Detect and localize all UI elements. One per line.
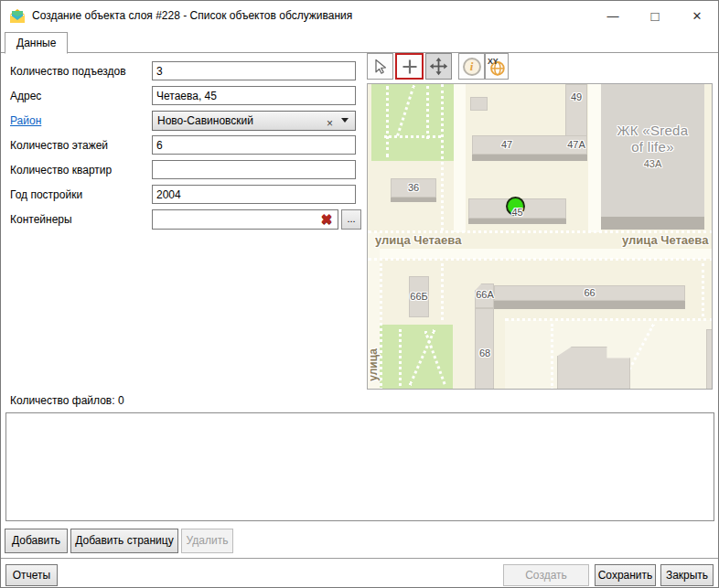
floors-input[interactable]: [152, 135, 356, 155]
map-footpath: [380, 263, 382, 390]
window-title: Создание объекта слоя #228 - Список объе…: [32, 9, 352, 22]
tab-data[interactable]: Данные: [5, 32, 68, 54]
map-building-shadow: [494, 301, 685, 309]
map-footpath: [386, 86, 389, 157]
title-bar: Создание объекта слоя #228 - Список объе…: [1, 1, 718, 30]
pointer-icon: [371, 58, 390, 76]
close-dialog-button[interactable]: Закрыть: [660, 564, 714, 586]
tab-divider: [1, 52, 718, 53]
address-input[interactable]: [152, 86, 356, 105]
map-building-label: 47: [496, 139, 518, 150]
map-road: [454, 84, 466, 232]
map-building-label: 47А: [564, 139, 588, 150]
map-footpath: [551, 324, 553, 390]
map-building-label: 68: [471, 347, 499, 358]
map-building-shadow: [472, 155, 587, 161]
map-building-label: 66А: [471, 289, 499, 300]
map-footpath: [441, 263, 444, 320]
delete-file-button: Удалить: [181, 529, 233, 553]
svg-text:XY: XY: [488, 57, 499, 66]
coordinates-tool-button[interactable]: XY: [485, 53, 509, 80]
district-value: Ново-Савиновский: [157, 114, 253, 127]
map-building-shadow: [468, 219, 566, 224]
pan-tool-button[interactable]: [425, 53, 452, 80]
close-icon: ✕: [692, 9, 703, 23]
dialog-window: Создание объекта слоя #228 - Список объе…: [0, 0, 719, 588]
map-canvas[interactable]: 49 47 47А ЖК «Sreda of life» 43А 36 45 6…: [367, 83, 713, 390]
map-footpath: [426, 86, 429, 139]
map-building-label: 66Б: [405, 291, 433, 302]
app-icon: [8, 6, 27, 25]
map-street-label: улица Четаева: [375, 233, 459, 247]
reports-button[interactable]: Отчеты: [5, 564, 58, 586]
select-tool-button[interactable]: [367, 53, 393, 80]
add-point-tool-button[interactable]: [395, 53, 424, 80]
containers-label: Контейнеры: [10, 213, 72, 226]
entrances-input[interactable]: [152, 61, 356, 80]
entrances-label: Количество подъездов: [10, 65, 126, 78]
minimize-button[interactable]: —: [592, 1, 634, 30]
maximize-button[interactable]: □: [634, 1, 676, 30]
crosshair-icon: [401, 58, 419, 76]
map-building-shadow: [391, 198, 436, 202]
map-building-label: 66: [494, 287, 685, 298]
xy-globe-icon: XY: [487, 57, 507, 77]
map-footpath: [505, 318, 713, 321]
files-list[interactable]: [5, 412, 714, 521]
district-link[interactable]: Район: [10, 114, 41, 127]
map-building: [706, 329, 713, 390]
map-footpath: [702, 263, 704, 316]
chevron-down-icon[interactable]: [341, 118, 349, 123]
map-footpath: [399, 329, 402, 386]
map-building-label: 49: [565, 91, 587, 102]
map-street-label: улица Четаева: [622, 233, 706, 247]
files-count-label: Количество файлов: 0: [10, 394, 124, 407]
district-combobox[interactable]: Ново-Савиновский ×: [152, 111, 356, 131]
year-input[interactable]: [152, 185, 356, 204]
map-footpath: [441, 84, 444, 230]
close-button[interactable]: ✕: [676, 1, 718, 30]
info-icon: i: [463, 58, 481, 76]
add-page-button[interactable]: Добавить страницу: [70, 529, 178, 553]
address-label: Адрес: [10, 90, 41, 102]
map-footpath: [368, 258, 713, 261]
district-clear-icon[interactable]: ×: [327, 114, 333, 133]
containers-clear-icon[interactable]: ✖: [317, 210, 336, 229]
year-label: Год постройки: [10, 188, 82, 201]
move-icon: [429, 57, 448, 76]
maximize-icon: □: [650, 8, 659, 24]
minimize-icon: —: [607, 9, 619, 23]
footer-divider: [1, 558, 718, 559]
map-building-shadow: [601, 217, 704, 230]
containers-input[interactable]: [152, 209, 338, 230]
map-building-label: 45: [468, 207, 566, 218]
map-road: [588, 84, 601, 232]
add-file-button[interactable]: Добавить: [5, 529, 68, 553]
containers-browse-button[interactable]: ...: [341, 209, 361, 230]
info-tool-button[interactable]: i: [458, 53, 485, 80]
map-building-label: 36: [391, 182, 436, 193]
floors-label: Количество этажей: [10, 139, 108, 152]
create-task-button: Создать задание: [503, 564, 589, 586]
save-button[interactable]: Сохранить: [595, 564, 656, 586]
apartments-input[interactable]: [152, 160, 356, 179]
map-street-label-vertical: улица: [367, 345, 380, 385]
map-complex-label: ЖК «Sreda of life» 43А: [601, 123, 704, 172]
apartments-label: Количество квартир: [10, 164, 112, 176]
map-building: [470, 97, 488, 111]
map-footpath: [384, 135, 441, 138]
